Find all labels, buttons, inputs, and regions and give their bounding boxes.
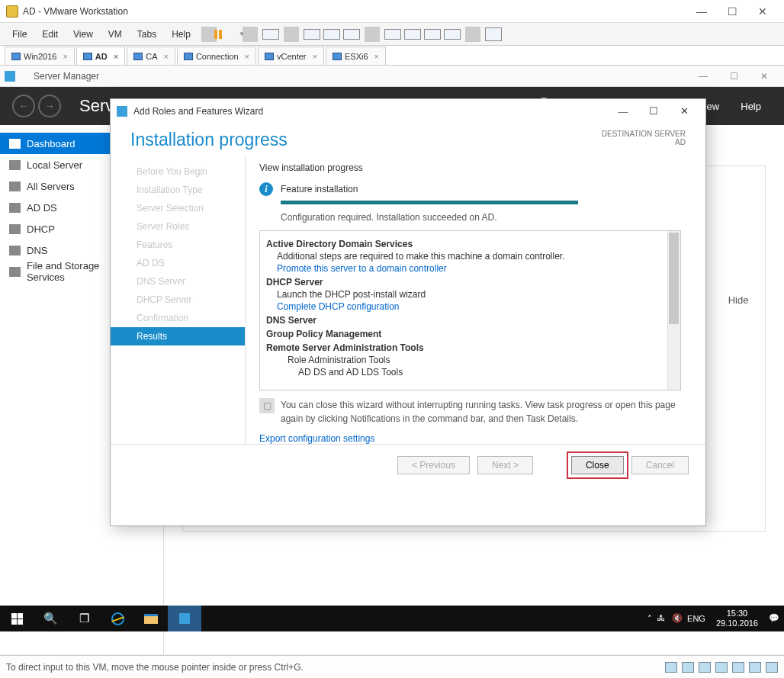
tab-vcenter[interactable]: vCenter× bbox=[258, 47, 324, 65]
server-manager-icon bbox=[179, 613, 190, 624]
wizard-main-panel: View installation progress i Feature ins… bbox=[245, 155, 692, 444]
menu-file[interactable]: File bbox=[5, 26, 34, 43]
action-center-icon[interactable]: 💬 bbox=[769, 613, 779, 624]
menu-view[interactable]: View bbox=[66, 26, 101, 43]
taskbar-explorer[interactable] bbox=[134, 606, 168, 631]
tab-ad[interactable]: AD× bbox=[76, 47, 125, 65]
close-note: You can close this wizard without interr… bbox=[281, 398, 681, 426]
close-icon[interactable]: × bbox=[63, 52, 67, 61]
close-button[interactable]: Close bbox=[571, 456, 624, 474]
vmware-titlebar: AD - VMware Workstation — ☐ ✕ bbox=[0, 0, 784, 23]
wizard-heading: Installation progress bbox=[130, 130, 288, 150]
network-icon[interactable]: 🖧 bbox=[657, 613, 667, 624]
sm-maximize-button[interactable]: ☐ bbox=[718, 71, 749, 82]
start-button[interactable] bbox=[0, 606, 34, 631]
config-message: Configuration required. Installation suc… bbox=[281, 212, 681, 223]
scrollbar-thumb[interactable] bbox=[669, 233, 679, 324]
sm-minimize-button[interactable]: — bbox=[688, 71, 718, 82]
tab-ca[interactable]: CA× bbox=[127, 47, 175, 65]
revert-icon[interactable] bbox=[322, 26, 342, 43]
device-icon[interactable] bbox=[699, 662, 711, 673]
export-link[interactable]: Export configuration settings bbox=[259, 433, 681, 444]
feature-install-label: Feature installation bbox=[281, 184, 358, 194]
unity-icon[interactable] bbox=[484, 26, 503, 43]
sm-close-button[interactable]: ✕ bbox=[749, 71, 779, 82]
menu-tabs[interactable]: Tabs bbox=[130, 26, 164, 43]
menu-help[interactable]: Help bbox=[164, 26, 198, 43]
tab-connection[interactable]: Connection× bbox=[177, 47, 256, 65]
back-button[interactable]: ← bbox=[12, 95, 35, 117]
pause-icon[interactable]: ▼ bbox=[220, 26, 239, 43]
result-adds-sub: Additional steps are required to make th… bbox=[277, 251, 667, 262]
taskview-button[interactable]: ❐ bbox=[67, 606, 101, 631]
taskbar: 🔍 ❐ ˄ 🖧 🔇 ENG 15:30 29.10.2016 💬 bbox=[0, 606, 784, 631]
close-button[interactable]: ✕ bbox=[747, 5, 778, 18]
dhcp-config-link[interactable]: Complete DHCP configuration bbox=[277, 301, 667, 312]
close-icon[interactable]: × bbox=[114, 52, 118, 61]
results-scrollbox[interactable]: Active Directory Domain Services Additio… bbox=[259, 230, 681, 390]
dhcp-icon bbox=[9, 224, 21, 234]
device-icon[interactable] bbox=[682, 662, 694, 673]
device-icon[interactable] bbox=[715, 662, 728, 673]
chevron-up-icon[interactable]: ˄ bbox=[647, 614, 652, 624]
sm-window-titlebar: Server Manager — ☐ ✕ bbox=[0, 66, 784, 87]
step-features: Features bbox=[130, 236, 245, 254]
manage-snap-icon[interactable] bbox=[342, 26, 361, 43]
tab-esxi6[interactable]: ESXi6× bbox=[326, 47, 386, 65]
clock[interactable]: 15:30 29.10.2016 bbox=[710, 609, 764, 628]
device-icon[interactable] bbox=[665, 662, 677, 673]
result-dhcp: DHCP Server bbox=[266, 277, 667, 288]
view-a-icon[interactable] bbox=[383, 26, 403, 43]
wizard-minimize-button[interactable]: — bbox=[608, 105, 638, 117]
send-cad-icon[interactable] bbox=[261, 26, 281, 43]
device-icon[interactable] bbox=[749, 662, 761, 673]
device-icon[interactable] bbox=[732, 662, 744, 673]
maximize-button[interactable]: ☐ bbox=[717, 5, 747, 18]
guest-area: Server Manager — ☐ ✕ ← → Server Manager … bbox=[0, 66, 784, 654]
view-b-icon[interactable] bbox=[403, 26, 423, 43]
disk-icon bbox=[9, 267, 21, 277]
forward-button[interactable]: → bbox=[38, 95, 61, 117]
wizard-steps: Before You Begin Installation Type Serve… bbox=[130, 155, 245, 444]
snapshot-icon[interactable] bbox=[302, 26, 322, 43]
language-indicator[interactable]: ENG bbox=[687, 614, 705, 623]
menu-edit[interactable]: Edit bbox=[34, 26, 66, 43]
wizard-icon bbox=[117, 106, 127, 117]
promote-link[interactable]: Promote this server to a domain controll… bbox=[277, 263, 667, 274]
result-adlds: AD DS and AD LDS Tools bbox=[298, 367, 667, 378]
hint-text: To direct input to this VM, move the mou… bbox=[6, 662, 304, 673]
view-d-icon[interactable] bbox=[442, 26, 462, 43]
vmware-menubar: File Edit View VM Tabs Help ▼ bbox=[0, 23, 784, 46]
hide-button[interactable]: Hide bbox=[715, 294, 761, 306]
wizard-maximize-button[interactable]: ☐ bbox=[638, 105, 669, 117]
header-help[interactable]: Help bbox=[741, 101, 761, 112]
monitor-icon bbox=[83, 53, 92, 60]
close-icon[interactable]: × bbox=[163, 52, 168, 61]
adds-icon bbox=[9, 203, 21, 213]
wizard-titlebar: Add Roles and Features Wizard — ☐ ✕ bbox=[111, 99, 705, 124]
wizard-close-button[interactable]: ✕ bbox=[669, 105, 699, 117]
system-tray[interactable]: ˄ 🖧 🔇 ENG 15:30 29.10.2016 💬 bbox=[643, 609, 784, 628]
step-confirm: Confirmation bbox=[130, 309, 245, 327]
monitor-icon bbox=[265, 53, 274, 60]
vmware-icon bbox=[6, 5, 18, 18]
sound-icon[interactable]: 🔇 bbox=[672, 613, 683, 624]
search-button[interactable]: 🔍 bbox=[34, 606, 67, 631]
close-icon[interactable]: × bbox=[245, 52, 249, 61]
step-select: Server Selection bbox=[130, 199, 245, 217]
vmware-title-text: AD - VMware Workstation bbox=[23, 6, 128, 17]
close-icon[interactable]: × bbox=[313, 52, 317, 61]
taskbar-server-manager[interactable] bbox=[168, 606, 201, 631]
scrollbar[interactable] bbox=[667, 231, 680, 390]
tab-win2016[interactable]: Win2016× bbox=[5, 47, 75, 65]
view-c-icon[interactable] bbox=[423, 26, 442, 43]
result-gpm: Group Policy Management bbox=[266, 329, 667, 339]
close-icon[interactable]: × bbox=[374, 52, 379, 61]
device-icon[interactable] bbox=[766, 662, 778, 673]
minimize-button[interactable]: — bbox=[686, 5, 717, 18]
monitor-icon bbox=[333, 53, 342, 60]
result-adds: Active Directory Domain Services bbox=[266, 239, 667, 249]
wizard-title: Add Roles and Features Wizard bbox=[133, 106, 263, 117]
menu-vm[interactable]: VM bbox=[101, 26, 130, 43]
taskbar-ie[interactable] bbox=[101, 606, 134, 631]
